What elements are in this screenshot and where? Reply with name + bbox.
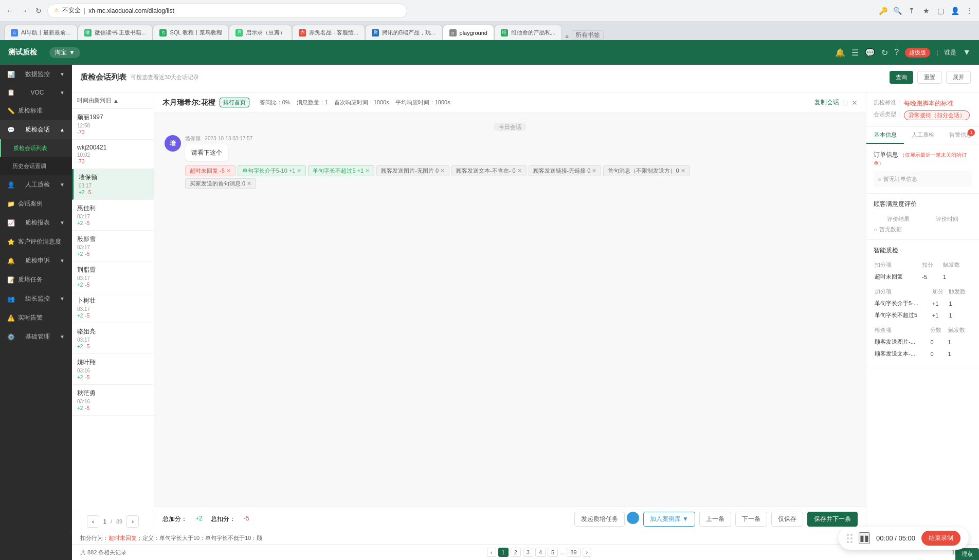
sidebar-item-data-monitor[interactable]: 📊 数据监控 ▼ [0, 65, 72, 84]
pag-2[interactable]: 2 [511, 548, 521, 557]
next-btn[interactable]: 下一条 [735, 512, 767, 527]
query-button[interactable]: 查询 [890, 71, 913, 84]
conv-item-7[interactable]: 骆姐亮 03:17 +2 -5 [72, 323, 154, 354]
conv-item-6[interactable]: 卜树壮 03:17 +2 -5 [72, 292, 154, 323]
fullscreen-icon[interactable]: □ [843, 99, 847, 107]
conv-item-2[interactable]: 墙保额 03:17 +2 -5 [72, 169, 154, 200]
tab-ai[interactable]: A AI导航丨最新最前... [4, 25, 78, 40]
reset-button[interactable]: 重置 [917, 71, 942, 84]
conv-item-1[interactable]: wkj200421 10:02 -73 [72, 140, 154, 169]
conv-item-5[interactable]: 荆脂霄 03:17 +2 -5 [72, 262, 154, 292]
help-icon[interactable]: ? [894, 48, 899, 57]
back-button[interactable]: ← [4, 5, 15, 16]
sidebar-item-reports[interactable]: 📈 质检报表 ▼ [0, 213, 72, 232]
conv-scores-5: +2 -5 [77, 282, 149, 288]
sidebar-item-basic-mgmt[interactable]: ⚙️ 基础管理 ▼ [0, 327, 72, 346]
bell-icon[interactable]: 🔔 [835, 48, 845, 58]
tip-button[interactable]: 埋点 [955, 548, 979, 560]
tag-close-6[interactable]: ✕ [681, 167, 685, 174]
next-page-btn[interactable]: › [126, 515, 139, 528]
conv-item-9[interactable]: 秋茫勇 03:16 +2 -5 [72, 385, 154, 416]
basic-mgmt-label: 基础管理 [25, 332, 50, 341]
profile-icon[interactable]: 👤 [949, 5, 960, 16]
pag-5[interactable]: 5 [548, 548, 558, 557]
sidebar-item-satisfaction[interactable]: ⭐ 客户评价满意度 [0, 232, 72, 251]
tag-close-7[interactable]: ✕ [247, 180, 251, 187]
bookmark-icon[interactable]: ★ [920, 5, 932, 16]
tag-4: 顾客发送文本-不含在- 0 ✕ [451, 165, 527, 176]
add-case-btn[interactable]: 加入案例库 ▼ [643, 512, 695, 527]
pag-3[interactable]: 3 [523, 548, 533, 557]
tab-weixin[interactable]: 微 微信读书-正版书籍... [78, 25, 153, 40]
sync-icon[interactable]: ↻ [881, 48, 888, 58]
drag-handle[interactable] [847, 534, 853, 543]
chat-icon[interactable]: 💬 [865, 48, 875, 58]
sidebar-item-conv-list[interactable]: 质检会话列表 [0, 139, 72, 157]
tab-douban[interactable]: 启 启示录（豆瓣） [229, 25, 292, 40]
tab-label-playground: playground [460, 30, 487, 36]
more-tabs[interactable]: » [562, 33, 572, 40]
tag-close-0[interactable]: ✕ [226, 167, 231, 174]
tag-close-3[interactable]: ✕ [440, 167, 445, 174]
pause-button[interactable]: ▮▮ [859, 532, 870, 544]
list-icon[interactable]: ☰ [851, 48, 859, 58]
reload-button[interactable]: ↻ [33, 5, 44, 16]
tab-basic-info[interactable]: 基本信息 [866, 127, 904, 144]
tab-playground[interactable]: p playground [443, 25, 494, 40]
conv-scores-3: +2 -5 [77, 220, 149, 226]
conv-sort-btn[interactable]: 时间由新到旧 ▲ [72, 92, 154, 109]
menu-icon[interactable]: ⋮ [964, 5, 975, 16]
close-dialog-icon[interactable]: ✕ [851, 99, 858, 107]
sidebar-item-quality-conv[interactable]: 💬 质检会话 ▲ [0, 120, 72, 139]
sidebar-item-team-monitor[interactable]: 👥 组长监控 ▼ [0, 289, 72, 308]
conv-item-0[interactable]: 颓丽1997 12:58 -73 [72, 109, 154, 140]
dialog-agent-name: 木月瑞希尔:花橙 [162, 98, 215, 107]
sidebar-item-alert[interactable]: ⚠️ 实时告警 [0, 308, 72, 327]
prev-page-btn[interactable]: ‹ [87, 515, 99, 528]
user-chevron[interactable]: ▼ [963, 48, 971, 57]
conv-score-neg-8: -5 [85, 375, 89, 380]
save-next-btn[interactable]: 保存并下一条 [807, 512, 858, 527]
tab-chitu[interactable]: 赤 赤兔名品 - 客服绩... [292, 25, 365, 40]
date-divider: 今日会话 [165, 123, 856, 131]
address-bar[interactable]: ⚠ 不安全 | xh-mc.xiaoduoai.com/dialog/list [47, 4, 407, 18]
tag-close-1[interactable]: ✕ [297, 167, 301, 174]
pag-prev[interactable]: ‹ [487, 548, 496, 557]
sidebar-item-quality-standard[interactable]: 📏 质检标准 [0, 101, 72, 120]
deduct-score-0: -5 [921, 271, 942, 283]
tab-vitamin[interactable]: 维 维他命的产品私... [494, 25, 562, 40]
sidebar-item-train[interactable]: 📝 质培任务 [0, 270, 72, 289]
end-record-button[interactable]: 结束录制 [921, 531, 960, 546]
tab-icon[interactable]: ▢ [935, 5, 946, 16]
task-btn[interactable]: 发起质培任务 [574, 512, 625, 527]
copy-dialog-btn[interactable]: 复制会话 [814, 98, 839, 107]
sidebar-item-history[interactable]: 历史会话置调 [0, 157, 72, 175]
tag-close-2[interactable]: ✕ [365, 167, 370, 174]
tab-alert-info[interactable]: 告警信息 1 [941, 127, 979, 144]
tab-tencent[interactable]: 腾 腾讯的B端产品，玩... [365, 25, 443, 40]
tag-close-4[interactable]: ✕ [517, 167, 522, 174]
pag-next[interactable]: › [583, 548, 592, 557]
conv-item-4[interactable]: 殷影雪 03:17 +2 -5 [72, 231, 154, 262]
pag-4[interactable]: 4 [535, 548, 546, 557]
share-icon[interactable]: ⤒ [906, 5, 917, 16]
pag-89[interactable]: 89 [567, 548, 580, 557]
prev-btn[interactable]: 上一条 [699, 512, 731, 527]
bookmarks-btn[interactable]: 所有书签 [572, 30, 604, 40]
search-icon[interactable]: 🔍 [892, 5, 903, 16]
taobao-selector[interactable]: 淘宝 ▼ [49, 47, 80, 58]
sidebar-item-cases[interactable]: 📁 会话案例 [0, 194, 72, 213]
only-save-btn[interactable]: 仅保存 [771, 512, 803, 527]
tab-sql[interactable]: S SQL 教程丨菜鸟教程 [153, 25, 229, 40]
pag-1[interactable]: 1 [498, 548, 509, 557]
expand-button[interactable]: 展开 [946, 71, 971, 84]
sidebar-item-appeal[interactable]: 🔔 质检申诉 ▼ [0, 251, 72, 270]
conv-item-3[interactable]: 惠佳利 03:17 +2 -5 [72, 200, 154, 231]
sidebar-item-voc[interactable]: 📋 VOC ▼ [0, 84, 72, 101]
tag-close-5[interactable]: ✕ [592, 167, 596, 174]
sidebar-item-manual-check[interactable]: 👤 人工质检 ▼ [0, 175, 72, 194]
forward-button[interactable]: → [19, 5, 30, 16]
key-icon[interactable]: 🔑 [877, 5, 889, 16]
tab-manual-check[interactable]: 人工质检 [904, 127, 941, 144]
conv-item-8[interactable]: 姚叶翔 03:16 +2 -5 [72, 354, 154, 385]
